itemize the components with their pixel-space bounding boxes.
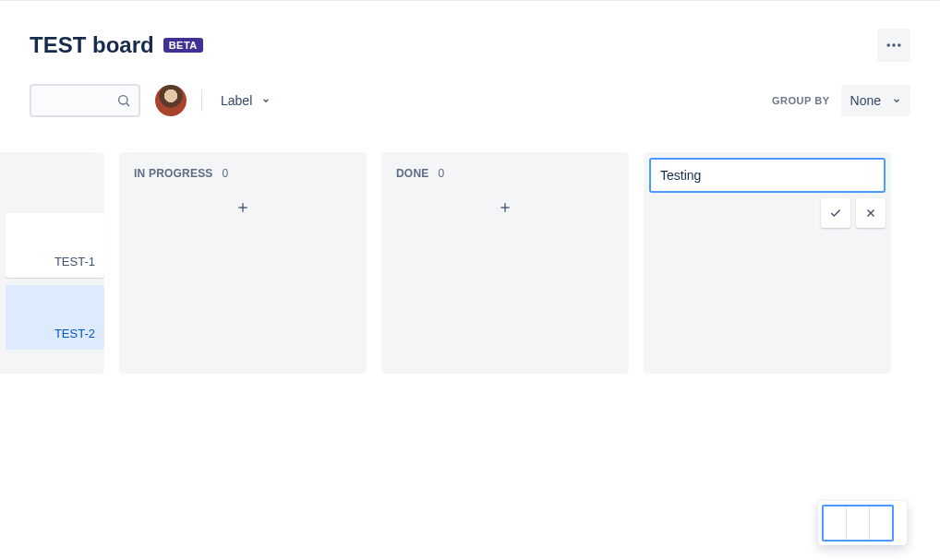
search-icon <box>116 93 131 108</box>
more-horizontal-icon <box>885 36 903 54</box>
svg-point-2 <box>898 43 900 46</box>
column-name: DONE <box>396 167 428 180</box>
svg-line-4 <box>127 103 129 106</box>
groupby-select[interactable]: None <box>841 85 910 116</box>
card-key: TEST-2 <box>54 327 95 340</box>
column-count: 0 <box>223 167 229 180</box>
kanban-board: TEST-1 TEST-2 IN PROGRESS 0 DONE 0 <box>0 117 940 374</box>
column-new <box>644 152 891 374</box>
page-title: TEST board <box>30 32 154 58</box>
more-actions-button[interactable] <box>877 29 910 62</box>
chevron-down-icon <box>892 96 901 105</box>
minimap-col <box>870 506 892 540</box>
add-card-button[interactable] <box>127 191 359 224</box>
column-done: DONE 0 <box>381 152 629 374</box>
card-test-1[interactable]: TEST-1 <box>6 213 104 278</box>
beta-badge: BETA <box>163 38 203 53</box>
minimap-col <box>847 506 870 540</box>
confirm-column-button[interactable] <box>821 198 850 228</box>
svg-point-3 <box>119 96 127 104</box>
minimap-col <box>824 506 847 540</box>
card-key: TEST-1 <box>54 255 95 268</box>
check-icon <box>829 207 842 220</box>
cancel-column-button[interactable] <box>856 198 886 228</box>
plus-icon <box>235 200 250 215</box>
chevron-down-icon <box>261 96 271 105</box>
toolbar-divider <box>201 89 202 112</box>
svg-point-0 <box>887 43 890 46</box>
column-name: IN PROGRESS <box>134 167 213 180</box>
new-column-name-input[interactable] <box>649 158 886 193</box>
plus-icon <box>498 200 512 215</box>
minimap-viewport <box>822 505 894 542</box>
groupby-value: None <box>850 93 881 108</box>
add-card-button[interactable] <box>389 191 621 224</box>
label-filter-button[interactable]: Label <box>217 93 274 108</box>
user-avatar[interactable] <box>155 85 187 116</box>
board-minimap[interactable] <box>818 501 907 545</box>
groupby-label: GROUP BY <box>772 95 829 106</box>
card-test-2[interactable]: TEST-2 <box>6 285 104 350</box>
close-icon <box>864 207 877 220</box>
column-todo-partial: TEST-1 TEST-2 <box>0 152 104 374</box>
svg-point-1 <box>892 43 895 46</box>
column-count: 0 <box>438 167 444 180</box>
column-in-progress: IN PROGRESS 0 <box>119 152 367 374</box>
search-input[interactable] <box>30 84 140 117</box>
label-filter-text: Label <box>221 93 252 108</box>
